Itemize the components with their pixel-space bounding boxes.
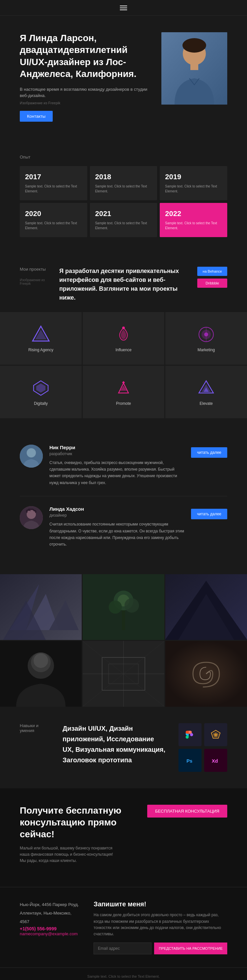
skills-label: Навыки и умения [20, 723, 50, 733]
email-input[interactable] [93, 942, 151, 955]
svg-text:Xd: Xd [212, 758, 218, 763]
portfolio-item-elevate[interactable]: Elevate [165, 366, 247, 418]
portfolio-item-marketing[interactable]: Marketing [165, 312, 247, 365]
projects-description: Я разработал десятки привлекательных инт… [59, 267, 188, 302]
hamburger-menu[interactable] [120, 6, 127, 10]
read-more-button-1[interactable]: читать далее [191, 447, 227, 458]
year-2022: 2022 [165, 210, 222, 218]
year-2019: 2019 [165, 173, 222, 181]
svg-point-18 [27, 448, 36, 457]
testimonial-2: Линда Хадсон дизайнер Считая использован… [20, 496, 227, 558]
svg-point-38 [34, 654, 48, 668]
influence-logo [114, 325, 133, 344]
photoshop-icon-box: Ps [178, 749, 202, 772]
dribbble-button[interactable]: Dribbble [197, 278, 227, 288]
svg-rect-3 [190, 64, 198, 70]
svg-point-30 [125, 598, 139, 612]
year-text-2019: Sample text. Click to select the Text El… [165, 184, 222, 194]
navigation [0, 0, 247, 16]
signup-text: На самом деле добиться этого довольно пр… [93, 912, 227, 937]
portfolio-name-marketing: Marketing [197, 348, 215, 352]
submit-button[interactable]: ПРЕДСТАВИТЬ НА РАССМОТРЕНИЕ [154, 942, 227, 955]
skills-section: Навыки и умения Дизайн UI/UX, Дизайн при… [0, 707, 247, 788]
year-grid: 2017 Sample text. Click to select the Te… [20, 166, 227, 237]
gallery-item-4 [0, 641, 82, 707]
year-card-2020[interactable]: 2020 Sample text. Click to select the Te… [20, 203, 87, 237]
photo-gallery [0, 574, 247, 707]
hero-title: Я Линда Ларсон, двадцатидевятилетний UI/… [20, 32, 155, 80]
portfolio-item-influence[interactable]: Influence [83, 312, 164, 365]
gallery-item-6 [165, 641, 247, 707]
year-text-2021: Sample text. Click to select the Text El… [95, 221, 152, 231]
svg-text:Ps: Ps [186, 758, 192, 763]
marketing-logo [196, 325, 216, 344]
year-2017: 2017 [25, 173, 82, 181]
person-illustration [161, 32, 227, 105]
year-2018: 2018 [95, 173, 152, 181]
svg-point-6 [122, 326, 125, 329]
signup-title: Запишите меня! [93, 900, 227, 908]
sketch-icon-box [204, 723, 227, 746]
signup-form: ПРЕДСТАВИТЬ НА РАССМОТРЕНИЕ [93, 942, 227, 955]
year-text-2018: Sample text. Click to select the Text El… [95, 184, 152, 194]
year-2021: 2021 [95, 210, 152, 218]
year-card-2019[interactable]: 2019 Sample text. Click to select the Te… [160, 166, 227, 200]
cta-title: Получите бесплатную консультацию прямо с… [20, 805, 132, 840]
cta-subtitle: Малый или большой, вашему бизнесу понрав… [20, 845, 119, 864]
read-more-button-2[interactable]: читать далее [191, 509, 227, 519]
avatar-nick [20, 445, 43, 468]
footer-text: Sample text. Click to select the Text El… [87, 974, 160, 978]
behance-button[interactable]: на Behance [197, 267, 227, 276]
contact-address-block: Нью-Йорк, 4456 Паркер Роуд. Аллентаун, Н… [20, 900, 80, 955]
year-text-2020: Sample text. Click to select the Text El… [25, 221, 82, 231]
svg-rect-13 [122, 381, 125, 383]
testimonial-role-1: разработчик [50, 452, 184, 456]
testimonial-1: Ник Перри разработчик Статья, очевидно, … [20, 435, 227, 496]
figma-icon-box [178, 723, 202, 746]
signup-block: Запишите меня! На самом деле добиться эт… [93, 900, 227, 955]
portfolio-name-digitally: Digitally [34, 401, 48, 406]
hero-subtitle: В настоящее время я возглавляю команду д… [20, 86, 155, 99]
svg-rect-31 [122, 610, 125, 630]
skills-text: Дизайн UI/UX, Дизайн приложений, Исследо… [63, 723, 165, 765]
gallery-item-2 [83, 574, 164, 640]
testimonial-text-1: Статья, очевидно, прибыла экспресс-высок… [50, 460, 184, 486]
contact-phone: +1(505) 556-9999 [20, 926, 80, 931]
portfolio-name-influence: Influence [115, 348, 132, 352]
contact-button[interactable]: Контакты [20, 111, 53, 122]
portfolio-grid: Rising Agency Influence Marketing [0, 312, 247, 418]
projects-social-buttons: на Behance Dribbble [197, 267, 227, 288]
svg-point-2 [183, 38, 206, 52]
cta-button[interactable]: БЕСПЛАТНАЯ КОНСУЛЬТАЦИЯ [147, 805, 227, 818]
projects-section: Мои проекты Изображение из Freepik Я раз… [0, 253, 247, 418]
cta-section: Получите бесплатную консультацию прямо с… [0, 788, 247, 887]
year-text-2017: Sample text. Click to select the Text El… [25, 184, 82, 194]
hero-image-credit: Изображение из Freepik [20, 101, 155, 105]
year-card-2018[interactable]: 2018 Sample text. Click to select the Te… [90, 166, 157, 200]
projects-label: Мои проекты [20, 267, 50, 272]
contact-email: namecompany@example.com [20, 931, 80, 936]
projects-header: Мои проекты Изображение из Freepik Я раз… [0, 267, 247, 302]
skills-icons: Ps Xd [178, 723, 227, 772]
footer: Sample text. Click to select the Text El… [0, 967, 247, 980]
avatar-linda [20, 506, 43, 529]
rising-agency-logo [31, 325, 51, 344]
year-text-2022: Sample text. Click to select the Text El… [165, 221, 222, 231]
experience-label: Опыт [20, 154, 227, 159]
portfolio-item-digitally[interactable]: Digitally [0, 366, 82, 418]
portfolio-name-elevate: Elevate [200, 401, 213, 406]
year-card-2021[interactable]: 2021 Sample text. Click to select the Te… [90, 203, 157, 237]
year-card-2022[interactable]: 2022 Sample text. Click to select the Te… [160, 203, 227, 237]
hero-photo [161, 32, 227, 105]
hero-section: Я Линда Ларсон, двадцатидевятилетний UI/… [0, 16, 247, 138]
testimonials-section: Ник Перри разработчик Статья, очевидно, … [0, 418, 247, 574]
portfolio-item-rising-agency[interactable]: Rising Agency [0, 312, 82, 365]
gallery-item-1 [0, 574, 82, 640]
testimonial-role-2: дизайнер [50, 513, 184, 518]
testimonial-text-2: Считая использование постоянным некоторы… [50, 521, 184, 548]
elevate-logo [196, 378, 216, 398]
portfolio-item-promote[interactable]: Promote [83, 366, 164, 418]
svg-marker-12 [36, 383, 45, 393]
portfolio-name-rising-agency: Rising Agency [28, 348, 53, 352]
year-card-2017[interactable]: 2017 Sample text. Click to select the Te… [20, 166, 87, 200]
